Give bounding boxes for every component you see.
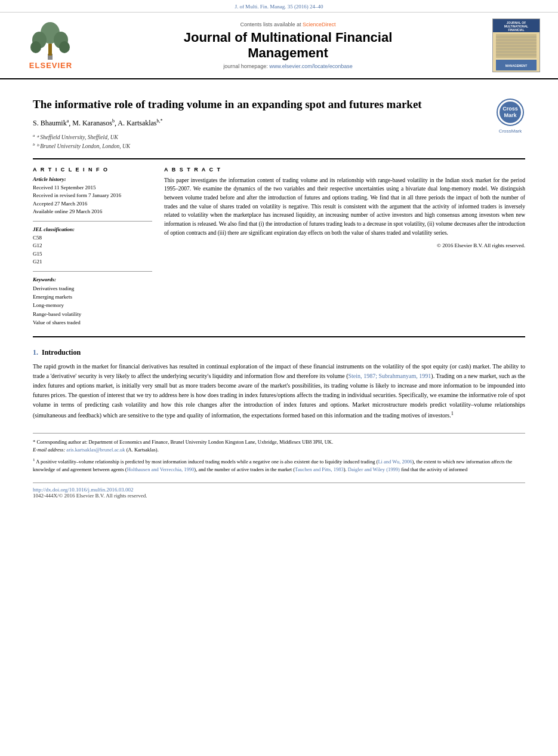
footnote-email[interactable]: aris.kartsaklas@brunel.ac.uk [66,447,125,453]
ref-daigler[interactable]: Daigler and Wiley (1999) [348,466,400,472]
footnote-1: 1 A positive volatility–volume relations… [33,457,525,473]
paper-title: The informative role of trading volume i… [33,97,439,112]
keyword-3: Range-based volatility [33,310,152,318]
issn-line: 1042-444X/© 2016 Elsevier B.V. All right… [33,493,525,499]
journal-header: ELSEVIER Contents lists available at Sci… [0,13,558,79]
copyright-line: © 2016 Elsevier B.V. All rights reserved… [164,242,525,248]
svg-text:FINANCIAL: FINANCIAL [508,28,525,32]
article-history-label: Article history: [33,176,152,182]
section-title-text: Introduction [42,348,81,357]
jel-code-3: G21 [33,258,152,266]
citation-bar: J. of Multi. Fin. Manag. 35 (2016) 24–40 [0,0,558,13]
svg-rect-6 [48,44,52,56]
ref-tauchen[interactable]: Tauchen and Pitts, 1983 [295,466,344,472]
jel-code-0: C58 [33,234,152,242]
affiliation-a: a ᵃ Sheffield University, Sheffield, UK [33,133,525,142]
journal-homepage: journal homepage: www.elsevier.com/locat… [90,63,486,69]
keyword-1: Emerging markets [33,293,152,301]
jel-code-1: G12 [33,242,152,250]
introduction-title: 1. Introduction [33,348,525,357]
footnotes-area: * Corresponding author at: Department of… [33,433,525,474]
abstract-column: A B S T R A C T This paper investigates … [164,167,525,327]
footnote-star: * Corresponding author at: Department of… [33,438,525,454]
info-divider-1 [33,221,152,222]
keyword-0: Derivatives trading [33,284,152,293]
article-body-two-col: A R T I C L E I N F O Article history: R… [33,167,525,327]
svg-text:MANAGEMENT: MANAGEMENT [505,64,527,67]
history-item-1: Received in revised form 7 January 2016 [33,192,152,200]
history-item-3: Available online 29 March 2016 [33,208,152,216]
info-divider-2 [33,271,152,272]
elsevier-tree-icon [24,21,78,60]
crossmark-badge: Cross Mark CrossMark [495,97,525,134]
article-info-column: A R T I C L E I N F O Article history: R… [33,167,152,327]
doi-link[interactable]: http://dx.doi.org/10.1016/j.mulfin.2016.… [33,487,525,493]
jel-label: JEL classification: [33,226,152,232]
journal-cover-image: JOURNAL OF MULTINATIONAL FINANCIAL MANAG… [492,19,540,72]
abstract-text: This paper investigates the information … [164,176,525,238]
ref-holthausen[interactable]: Holthausen and Verrecchia, 1990 [127,466,195,472]
journal-center: Contents lists available at ScienceDirec… [90,21,486,70]
main-content: The informative role of trading volume i… [0,79,558,511]
ref-stein-1987[interactable]: Stein, 1987; Subrahmanyam, 1991 [349,373,431,379]
sciencedirect-link[interactable]: ScienceDirect [303,21,336,27]
journal-title: Journal of Multinational Financial Manag… [90,30,486,62]
jel-code-2: G15 [33,250,152,259]
elsevier-brand-text: ELSEVIER [29,61,72,70]
svg-text:Mark: Mark [504,112,517,118]
keyword-2: Long-memory [33,301,152,309]
elsevier-logo-left: ELSEVIER [12,21,90,70]
section-divider [33,336,525,337]
paper-title-section: The informative role of trading volume i… [33,97,525,112]
elsevier-logo: ELSEVIER [12,21,90,70]
citation-text: J. of Multi. Fin. Manag. 35 (2016) 24–40 [235,4,323,10]
history-item-2: Accepted 27 March 2016 [33,200,152,208]
keywords-label: Keywords: [33,276,152,282]
abstract-label: A B S T R A C T [164,167,525,173]
header-divider [33,158,525,159]
intro-paragraph-1: The rapid growth in the market for finan… [33,362,525,420]
crossmark-icon: Cross Mark [495,97,525,127]
affiliations: a ᵃ Sheffield University, Sheffield, UK … [33,133,525,151]
keyword-4: Value of shares traded [33,318,152,327]
journal-cover-text: JOURNAL OF MULTINATIONAL FINANCIAL MANAG… [492,19,540,72]
affiliation-b: b ᵇ Brunel University London, London, UK [33,142,525,150]
svg-point-5 [59,41,70,53]
article-info-label: A R T I C L E I N F O [33,167,152,173]
contents-available-text: Contents lists available at ScienceDirec… [90,21,486,27]
svg-point-4 [30,41,41,53]
svg-text:Cross: Cross [502,106,518,112]
homepage-url[interactable]: www.elsevier.com/locate/econbase [269,63,353,69]
crossmark-label: CrossMark [495,128,525,134]
section-number: 1. [33,348,38,357]
journal-cover-right: JOURNAL OF MULTINATIONAL FINANCIAL MANAG… [492,19,546,72]
ref-li-wu[interactable]: Li and Wu, 2006 [378,459,412,465]
doi-footer: http://dx.doi.org/10.1016/j.mulfin.2016.… [33,483,525,499]
authors-line: S. Bhaumika, M. Karanasosb, A. Kartsakla… [33,118,525,128]
history-item-0: Received 11 September 2015 [33,184,152,192]
